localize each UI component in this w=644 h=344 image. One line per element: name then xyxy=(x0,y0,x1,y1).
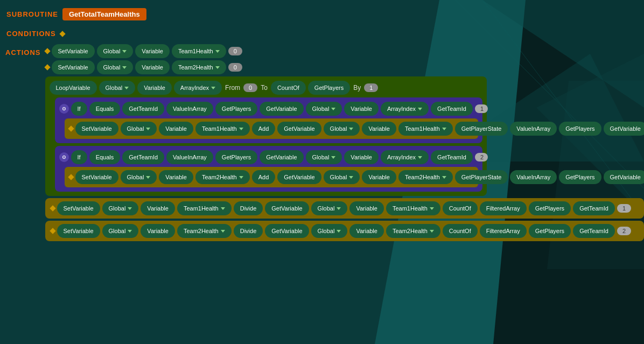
b2-global-dropdown[interactable] xyxy=(128,230,132,233)
if2-getteamid-pill[interactable]: GetTeamId xyxy=(122,150,164,164)
if1-getplayers-pill[interactable]: GetPlayers xyxy=(215,102,257,116)
b1-getvariable[interactable]: GetVariable xyxy=(265,201,309,215)
b1-getteamid[interactable]: GetTeamId xyxy=(573,201,615,215)
sv1-global2[interactable]: Global xyxy=(324,122,360,136)
b1-varname[interactable]: Team1Health xyxy=(177,201,232,215)
sv2-varname-dropdown[interactable] xyxy=(239,176,243,179)
b1-global2[interactable]: Global xyxy=(311,201,348,215)
b1-countof[interactable]: CountOf xyxy=(443,201,478,215)
sv1-varname2-pill[interactable]: Team1Health xyxy=(398,122,453,136)
loop-getplayers-pill[interactable]: GetPlayers xyxy=(308,81,350,95)
b1-varname-dropdown[interactable] xyxy=(221,207,225,210)
sv2-add-pill[interactable]: Add xyxy=(252,170,276,184)
sv1-getvariable2[interactable]: GetVariable xyxy=(604,122,644,136)
team1health-pill-1[interactable]: Team1Health xyxy=(172,44,226,58)
if1-equals-pill[interactable]: Equals xyxy=(89,102,121,116)
loop-countof-pill[interactable]: CountOf xyxy=(271,81,306,95)
sv1-add-pill[interactable]: Add xyxy=(252,122,276,136)
value-0-2[interactable]: 0 xyxy=(228,63,242,72)
sv2-global2-dropdown[interactable] xyxy=(349,176,353,179)
if1-if-pill[interactable]: If xyxy=(71,102,87,116)
b2-global[interactable]: Global xyxy=(102,224,139,238)
sv2-setvariable[interactable]: SetVariable xyxy=(75,170,118,184)
if1-global-dropdown[interactable] xyxy=(331,108,335,110)
b2-team-num[interactable]: 2 xyxy=(617,227,631,235)
if2-getvariable-pill[interactable]: GetVariable xyxy=(260,150,303,164)
loop-arrayindex-dropdown[interactable] xyxy=(211,87,215,89)
sv1-varname-pill[interactable]: Team1Health xyxy=(195,122,250,136)
sv1-global-dropdown[interactable] xyxy=(146,128,150,130)
b1-divide[interactable]: Divide xyxy=(234,201,263,215)
b2-divide[interactable]: Divide xyxy=(234,224,263,238)
global-dropdown-2[interactable] xyxy=(122,66,127,69)
b2-getplayers[interactable]: GetPlayers xyxy=(529,224,571,238)
b1-global2-dropdown[interactable] xyxy=(337,207,341,210)
b2-setvariable[interactable]: SetVariable xyxy=(57,224,100,238)
if1-arrayindex-pill[interactable]: ArrayIndex xyxy=(381,102,429,116)
global-pill-2[interactable]: Global xyxy=(97,60,134,74)
if2-equals-pill[interactable]: Equals xyxy=(89,150,121,164)
loop-from-value[interactable]: 0 xyxy=(243,83,257,92)
loop-by-value[interactable]: 1 xyxy=(364,83,378,92)
b2-filteredarray[interactable]: FilteredArray xyxy=(480,224,527,238)
sv2-varname2-pill[interactable]: Team2Health xyxy=(398,170,453,184)
sv1-varname-dropdown[interactable] xyxy=(239,128,243,130)
if2-valueinarray-pill[interactable]: ValueInArray xyxy=(166,150,213,164)
if1-getteamid2-pill[interactable]: GetTeamId xyxy=(431,102,473,116)
b1-global[interactable]: Global xyxy=(102,201,139,215)
b2-global2-dropdown[interactable] xyxy=(337,230,341,233)
if2-getplayers-pill[interactable]: GetPlayers xyxy=(215,150,257,164)
sv2-global-dropdown[interactable] xyxy=(146,176,150,179)
subroutine-name-badge[interactable]: GetTotalTeamHealths xyxy=(62,8,146,20)
sv2-varname-pill[interactable]: Team2Health xyxy=(195,170,250,184)
sv2-getvariable2[interactable]: GetVariable xyxy=(604,170,644,184)
b1-getplayers[interactable]: GetPlayers xyxy=(529,201,571,215)
b2-countof[interactable]: CountOf xyxy=(443,224,478,238)
if1-getteamid-pill[interactable]: GetTeamId xyxy=(122,102,164,116)
sv1-valueinarray[interactable]: ValueInArray xyxy=(510,122,557,136)
sv1-getplayerstate[interactable]: GetPlayerState xyxy=(455,122,508,136)
if1-arrayindex-dropdown[interactable] xyxy=(418,108,422,110)
team1health-dropdown-1[interactable] xyxy=(215,50,220,53)
b1-varname2[interactable]: Team1Health xyxy=(386,201,440,215)
global-pill-1[interactable]: Global xyxy=(97,44,134,58)
b1-global-dropdown[interactable] xyxy=(128,207,132,210)
if1-valueinarray-pill[interactable]: ValueInArray xyxy=(166,102,213,116)
b1-setvariable[interactable]: SetVariable xyxy=(57,201,100,215)
sv1-global2-dropdown[interactable] xyxy=(349,128,353,130)
if2-team-num[interactable]: 2 xyxy=(475,153,488,162)
setvariable-pill-2[interactable]: SetVariable xyxy=(52,60,95,74)
loop-global-pill[interactable]: Global xyxy=(99,81,136,95)
sv2-global2[interactable]: Global xyxy=(324,170,360,184)
b2-getteamid[interactable]: GetTeamId xyxy=(573,224,615,238)
b2-varname2-dropdown[interactable] xyxy=(430,230,434,233)
if2-global-pill[interactable]: Global xyxy=(306,150,342,164)
if2-arrayindex-pill[interactable]: ArrayIndex xyxy=(381,150,429,164)
b2-varname2[interactable]: Team2Health xyxy=(386,224,440,238)
sv2-varname2-dropdown[interactable] xyxy=(442,176,446,179)
b1-varname2-dropdown[interactable] xyxy=(430,207,434,210)
sv1-getvariable[interactable]: GetVariable xyxy=(277,122,321,136)
b2-varname[interactable]: Team2Health xyxy=(177,224,232,238)
sv2-global[interactable]: Global xyxy=(121,170,157,184)
if1-team-num[interactable]: 1 xyxy=(475,104,488,113)
global-dropdown-1[interactable] xyxy=(122,50,127,53)
b1-team-num[interactable]: 1 xyxy=(617,204,631,213)
b2-global2[interactable]: Global xyxy=(311,224,348,238)
if2-global-dropdown[interactable] xyxy=(331,156,335,159)
sv1-varname2-dropdown[interactable] xyxy=(442,128,446,130)
team2health-pill-2[interactable]: Team2Health xyxy=(172,60,226,74)
sv2-getplayerstate[interactable]: GetPlayerState xyxy=(455,170,508,184)
b1-filteredarray[interactable]: FilteredArray xyxy=(480,201,527,215)
setvariable-pill-1[interactable]: SetVariable xyxy=(52,44,95,58)
sv2-getplayers[interactable]: GetPlayers xyxy=(559,170,601,184)
b2-getvariable[interactable]: GetVariable xyxy=(265,224,309,238)
sv2-getvariable[interactable]: GetVariable xyxy=(277,170,321,184)
if1-getvariable-pill[interactable]: GetVariable xyxy=(260,102,303,116)
sv1-global[interactable]: Global xyxy=(121,122,157,136)
loop-global-dropdown[interactable] xyxy=(124,87,129,89)
loop-variable-pill[interactable]: LoopVariable xyxy=(50,81,97,95)
team2health-dropdown-2[interactable] xyxy=(215,66,220,69)
sv2-valueinarray[interactable]: ValueInArray xyxy=(510,170,557,184)
if1-global-pill[interactable]: Global xyxy=(306,102,342,116)
